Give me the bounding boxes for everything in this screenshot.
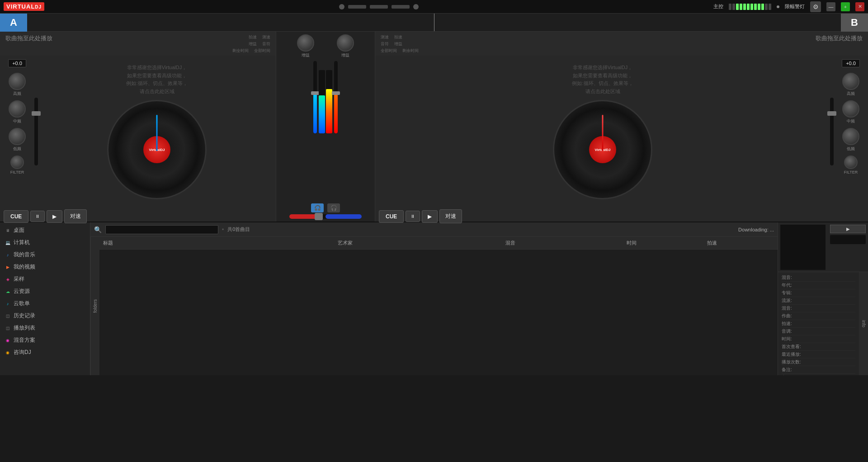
deck-a-sync-button[interactable]: 对速: [64, 209, 87, 223]
deck-b-filter-label: FILTER: [844, 170, 858, 174]
sidebar-item-cloud-list[interactable]: ♪ 云歌单: [0, 297, 90, 310]
right-channel-fader-track[interactable]: [334, 61, 338, 133]
gain-left-knob[interactable]: [297, 34, 314, 52]
deck-b-channel-fader[interactable]: [830, 98, 834, 165]
sidebar-label-desktop: 桌面: [14, 226, 24, 234]
deck-a-eq-left: +0.0 高频 中频 低频 FILTER: [4, 59, 31, 204]
deck-b-fader-area: [830, 59, 834, 204]
minimize-button[interactable]: —: [826, 2, 835, 11]
sidebar-item-samples[interactable]: ◈ 采样: [0, 273, 90, 285]
crossfader-fill-right: [326, 214, 362, 219]
col-header-mix: 混音: [505, 239, 626, 247]
headphone-right-button[interactable]: 🎧: [327, 203, 340, 212]
info-val-bpm: [811, 321, 855, 327]
maximize-button[interactable]: +: [841, 2, 850, 11]
deck-a-fader-handle[interactable]: [32, 111, 41, 116]
deck-b-pitch: +0.0: [842, 59, 860, 67]
info-val-key: [811, 328, 855, 335]
sidebar-item-mix-set[interactable]: ◉ 混音方案: [0, 334, 90, 346]
col-header-artist: 艺术家: [338, 239, 505, 247]
left-fader-handle[interactable]: [311, 91, 319, 95]
left-fader-fill: [313, 94, 317, 133]
deck-b-play-button[interactable]: ▶: [422, 210, 438, 223]
deck-b-high-knob[interactable]: [842, 73, 859, 90]
mixer-right-fader: [334, 61, 338, 133]
bottom-panel: 🖥 桌面 💻 计算机 ♪ 我的音乐 ▶ 我的视频 ◈ 采样 ☁ 云资源 ♪ 云歌…: [0, 222, 868, 375]
deck-b-sync-button[interactable]: 对速: [439, 209, 462, 223]
info-bottom: 混音: 年代: 专辑: 流派: 混音:: [778, 272, 868, 375]
sidebar-item-computer[interactable]: 💻 计算机: [0, 236, 90, 249]
waveform-display[interactable]: [27, 14, 841, 31]
vu-left: [319, 70, 325, 133]
crossfader-area: [278, 214, 373, 219]
info-val-time: [811, 336, 855, 342]
close-button[interactable]: ✕: [855, 2, 864, 11]
deck-a: 歌曲拖至此处播放 拍速 测速 增益 音符 剩全时间 全部时间 +0.0: [0, 32, 276, 222]
deck-a-cue-button[interactable]: CUE: [4, 210, 28, 223]
led-7: [750, 4, 753, 10]
sidebar-item-desktop[interactable]: 🖥 桌面: [0, 224, 90, 236]
deck-b-total-label: 全部时间: [381, 48, 397, 54]
deck-b-mid-label: 中频: [847, 118, 855, 124]
info-tab[interactable]: info: [859, 272, 868, 375]
headphone-left-button[interactable]: 🎧: [311, 203, 324, 212]
browser-content[interactable]: [99, 250, 778, 375]
sidebar-label-video: 我的视频: [14, 263, 35, 271]
deck-b-pause-button[interactable]: ⏸: [406, 211, 420, 222]
info-key-mix2: 混音:: [782, 305, 811, 311]
deck-b-low-knob[interactable]: [842, 128, 859, 145]
settings-button[interactable]: ⚙: [810, 1, 821, 12]
info-val-first-seen: [811, 344, 855, 350]
vu-left-fill: [319, 95, 325, 133]
deck-a-mid-knob[interactable]: [9, 100, 26, 118]
led-12: [769, 4, 771, 10]
preview-play-button[interactable]: ▶: [830, 225, 866, 233]
deck-a-filter-knob[interactable]: [10, 156, 24, 169]
titlebar: VIRTUALDJ 主控 限幅警灯 ⚙ — + ✕: [0, 0, 868, 14]
sidebar-label-cloud: 云资源: [14, 288, 30, 295]
info-row-composer: 作曲:: [782, 312, 855, 320]
titlebar-center: [44, 4, 713, 9]
crossfader-track[interactable]: [289, 214, 362, 219]
deck-a-placeholder[interactable]: 非常感谢您选择VirtualDJ， 如果您需要查看高级功能， 例如:循环、切点、…: [126, 64, 187, 95]
deck-a-high-knob[interactable]: [9, 73, 26, 90]
led-1: [729, 4, 731, 10]
deck-b-filter-knob[interactable]: [844, 156, 858, 169]
deck-b-turntable[interactable]: VirtualDJ: [553, 100, 652, 199]
right-fader-handle[interactable]: [332, 91, 340, 95]
sidebar-item-consult[interactable]: ◉ 咨询DJ: [0, 346, 90, 358]
deck-a-low-knob[interactable]: [9, 128, 26, 145]
deck-a-play-button[interactable]: ▶: [47, 210, 62, 223]
info-val-album: [811, 290, 855, 296]
deck-a-drop-zone[interactable]: 歌曲拖至此处播放: [5, 34, 232, 42]
folders-tab[interactable]: folders: [90, 237, 99, 375]
sidebar-item-playlist[interactable]: ◫ 播放列表: [0, 322, 90, 334]
info-key-field1: 字段一:: [782, 374, 811, 375]
deck-a-pause-button[interactable]: ⏸: [30, 211, 45, 222]
deck-a-measure-label: 测速: [262, 34, 270, 40]
crossfader-handle[interactable]: [315, 213, 323, 220]
sidebar-label-samples: 采样: [14, 275, 24, 283]
sidebar-item-history[interactable]: ◫ 历史记录: [0, 310, 90, 322]
info-key-key: 音调:: [782, 328, 811, 335]
deck-a-filter-group: FILTER: [10, 156, 24, 174]
master-label: 主控: [713, 3, 723, 10]
deck-a-remaining-label: 剩全时间: [232, 48, 249, 54]
deck-b-drop-zone[interactable]: 歌曲拖至此处播放: [419, 34, 863, 42]
search-input[interactable]: [105, 225, 218, 234]
deck-b-cue-button[interactable]: CUE: [379, 210, 404, 223]
deck-a-channel-fader[interactable]: [34, 98, 38, 165]
left-channel-fader-track[interactable]: [313, 61, 317, 133]
deck-b-placeholder[interactable]: 非常感谢您选择VirtualDJ， 如果您需要查看高级功能， 例如:循环、切点、…: [572, 64, 633, 95]
deck-a-turntable[interactable]: VirtualDJ: [107, 100, 207, 199]
deck-b-mid-knob[interactable]: [842, 100, 859, 118]
deck-b-fader-handle[interactable]: [827, 111, 836, 116]
gain-right-knob[interactable]: [337, 34, 354, 52]
sidebar-item-video[interactable]: ▶ 我的视频: [0, 261, 90, 273]
info-row-bpm: 拍速:: [782, 320, 855, 328]
sidebar-item-cloud[interactable]: ☁ 云资源: [0, 285, 90, 297]
master-leds: [729, 4, 771, 10]
deck-a-fader-area: [34, 59, 38, 204]
sidebar-item-music[interactable]: ♪ 我的音乐: [0, 249, 90, 261]
browser-header: 标题 艺术家 混音 时间 拍速: [99, 237, 778, 250]
